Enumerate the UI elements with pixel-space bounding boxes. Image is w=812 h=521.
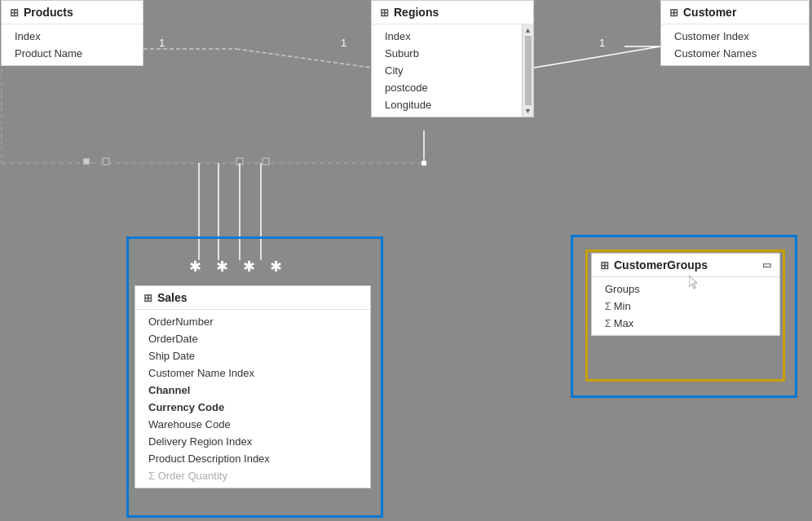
table-row: Currency Code: [135, 399, 370, 416]
svg-point-14: [421, 160, 427, 166]
regions-table: ⊞ Regions Index Suburb City postcode Lon…: [371, 0, 534, 117]
sales-table-header: ⊞ Sales: [135, 286, 370, 310]
table-row: Customer Name Index: [135, 364, 370, 382]
table-row: Σ Order Quantity: [135, 467, 370, 484]
products-title: Products: [24, 6, 73, 19]
table-row: Customer Index: [661, 28, 809, 45]
star-2: ✱: [216, 258, 228, 276]
table-row: OrderNumber: [135, 313, 370, 330]
sales-table-body: OrderNumber OrderDate Ship Date Customer…: [135, 310, 370, 488]
table-row: Ship Date: [135, 347, 370, 364]
table-row: City: [372, 62, 533, 79]
svg-text:1: 1: [599, 37, 605, 49]
svg-text:1: 1: [159, 37, 165, 49]
table-row: Min: [592, 298, 779, 315]
customer-groups-table: ⊞ CustomerGroups ▭ Groups Min Max: [591, 253, 780, 336]
table-row: Channel: [135, 382, 370, 399]
table-row: Product Name: [2, 45, 143, 62]
table-row: Delivery Region Index: [135, 433, 370, 450]
table-icon: ⊞: [380, 7, 389, 19]
regions-table-header: ⊞ Regions: [372, 1, 533, 24]
table-row: Customer Names: [661, 45, 809, 62]
table-row: Index: [372, 28, 533, 45]
customer-groups-table-header: ⊞ CustomerGroups ▭: [592, 254, 779, 277]
sales-table: ⊞ Sales OrderNumber OrderDate Ship Date …: [135, 285, 371, 488]
table-row: Warehouse Code: [135, 416, 370, 433]
customer-table-header: ⊞ Customer: [661, 1, 809, 24]
table-row: Longitude: [372, 96, 533, 113]
svg-rect-8: [83, 158, 90, 165]
collapse-icon[interactable]: ▭: [762, 259, 771, 271]
table-icon: ⊞: [143, 292, 152, 304]
table-icon: ⊞: [10, 7, 19, 19]
svg-line-17: [534, 46, 660, 68]
table-row: Index: [2, 28, 143, 45]
table-row: OrderDate: [135, 330, 370, 347]
table-icon: ⊞: [669, 7, 678, 19]
table-row: Suburb: [372, 45, 533, 62]
svg-text:1: 1: [341, 37, 346, 49]
products-table-body: Index Product Name: [2, 24, 143, 65]
svg-rect-5: [103, 158, 109, 165]
customer-table-body: Customer Index Customer Names: [661, 24, 809, 65]
customer-table: ⊞ Customer Customer Index Customer Names: [660, 0, 810, 66]
star-1: ✱: [189, 258, 201, 276]
sales-star-row: ✱ ✱ ✱ ✱: [189, 258, 282, 276]
customer-groups-title: CustomerGroups: [614, 258, 708, 272]
products-table-header: ⊞ Products: [2, 1, 143, 24]
table-row: Max: [592, 315, 779, 332]
products-table: ⊞ Products Index Product Name: [1, 0, 143, 66]
table-icon: ⊞: [600, 259, 609, 272]
customer-groups-table-body: Groups Min Max: [592, 277, 779, 335]
sales-title: Sales: [157, 291, 188, 304]
svg-rect-6: [236, 158, 243, 165]
regions-title: Regions: [394, 6, 439, 19]
svg-rect-7: [263, 158, 269, 165]
table-row: postcode: [372, 79, 533, 96]
table-row: Groups: [592, 280, 779, 298]
regions-table-body: Index Suburb City postcode Longitude ▲ ▼: [372, 24, 533, 117]
customer-title: Customer: [683, 6, 736, 19]
diagram-canvas: 1 1 1 ⊞ Products Index: [0, 0, 812, 521]
star-4: ✱: [270, 258, 282, 276]
svg-line-2: [236, 49, 371, 68]
star-3: ✱: [243, 258, 255, 276]
table-row: Product Description Index: [135, 450, 370, 467]
